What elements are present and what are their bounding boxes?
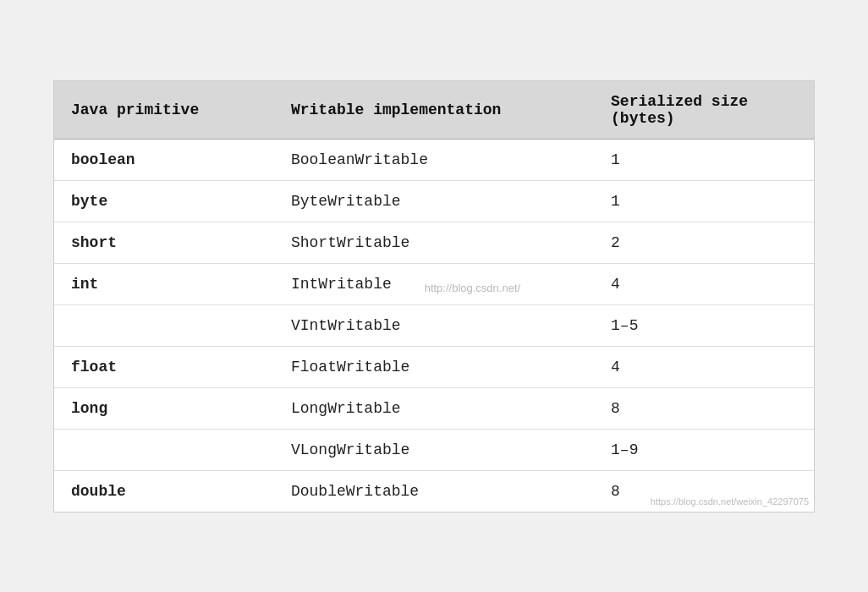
cell-writable: ByteWritable xyxy=(274,180,594,222)
table-container: Java primitive Writable implementation S… xyxy=(53,80,815,513)
cell-writable: VIntWritable xyxy=(274,304,594,346)
header-writable: Writable implementation xyxy=(274,81,594,140)
table-row: intIntWritable4 xyxy=(54,263,814,304)
cell-primitive xyxy=(54,304,274,346)
table-row: VLongWritable1–9 xyxy=(54,429,814,470)
table-row: shortShortWritable2 xyxy=(54,222,814,263)
header-primitive: Java primitive xyxy=(54,81,274,140)
cell-writable: DoubleWritable xyxy=(274,470,594,512)
cell-primitive: float xyxy=(54,346,274,387)
header-size: Serialized size (bytes) xyxy=(594,81,814,140)
table-row: VIntWritable1–5 xyxy=(54,304,814,346)
cell-size: 8 xyxy=(594,387,814,429)
table-row: byteByteWritable1 xyxy=(54,180,814,222)
table-row: doubleDoubleWritable8 xyxy=(54,470,814,512)
cell-size: 1 xyxy=(594,180,814,222)
cell-primitive: boolean xyxy=(54,139,274,180)
cell-writable: IntWritable xyxy=(274,263,594,304)
cell-primitive: double xyxy=(54,470,274,512)
table-row: booleanBooleanWritable1 xyxy=(54,139,814,180)
table-header-row: Java primitive Writable implementation S… xyxy=(54,81,814,140)
cell-size: 8 xyxy=(594,470,814,512)
cell-size: 4 xyxy=(594,346,814,387)
cell-primitive: byte xyxy=(54,180,274,222)
cell-primitive: short xyxy=(54,222,274,263)
cell-size: 1–5 xyxy=(594,304,814,346)
cell-writable: VLongWritable xyxy=(274,429,594,470)
java-primitives-table: Java primitive Writable implementation S… xyxy=(54,81,814,512)
cell-writable: BooleanWritable xyxy=(274,139,594,180)
cell-size: 2 xyxy=(594,222,814,263)
table-row: floatFloatWritable4 xyxy=(54,346,814,387)
cell-size: 1 xyxy=(594,139,814,180)
cell-primitive xyxy=(54,429,274,470)
cell-primitive: int xyxy=(54,263,274,304)
table-row: longLongWritable8 xyxy=(54,387,814,429)
cell-primitive: long xyxy=(54,387,274,429)
cell-size: 1–9 xyxy=(594,429,814,470)
cell-writable: ShortWritable xyxy=(274,222,594,263)
cell-size: 4 xyxy=(594,263,814,304)
cell-writable: LongWritable xyxy=(274,387,594,429)
cell-writable: FloatWritable xyxy=(274,346,594,387)
